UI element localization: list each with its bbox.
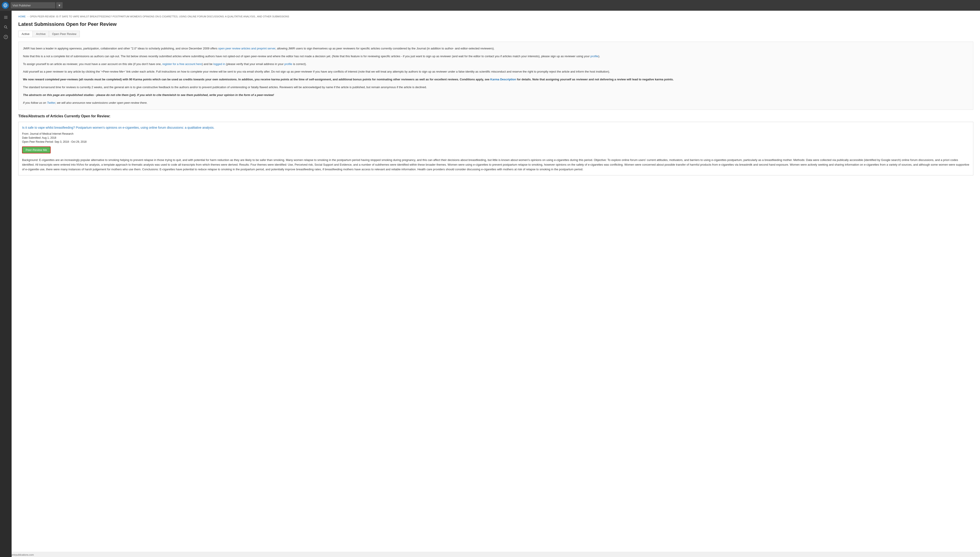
info-paragraph-7-italic-bold: The abstracts on this page are unpublish… xyxy=(23,93,969,98)
article-review-period: Open Peer Review Period: Sep 3, 2018 - O… xyxy=(22,140,970,143)
info-paragraph-1: JMIR has been a leader in applying openn… xyxy=(23,46,969,51)
logged-in-link[interactable]: logged in xyxy=(213,62,225,66)
svg-rect-5 xyxy=(4,16,8,16)
info-box: JMIR has been a leader in applying openn… xyxy=(18,42,973,110)
article-card: Is it safe to vape whilst breastfeeding?… xyxy=(18,122,973,176)
breadcrumb: HOME → OPEN PEER-REVIEW: IS IT SAFE TO V… xyxy=(18,15,973,18)
article-abstract: Background: E-cigarettes are an increasi… xyxy=(22,158,970,172)
globe-icon xyxy=(2,2,9,9)
svg-point-8 xyxy=(4,26,7,28)
breadcrumb-home[interactable]: HOME xyxy=(18,15,26,18)
info-paragraph-6: The standard turnaround time for reviews… xyxy=(23,85,969,90)
peer-review-me-button[interactable]: Peer-Review Me xyxy=(22,147,51,153)
tab-archive[interactable]: Archive xyxy=(33,31,49,37)
svg-text:?: ? xyxy=(5,36,7,38)
tab-open-peer-review[interactable]: Open Peer Review xyxy=(49,31,80,37)
info-paragraph-2: Note that this is a not a complete list … xyxy=(23,54,969,59)
breadcrumb-separator: → xyxy=(26,15,29,18)
info-paragraph-5-bold: We now reward completed peer-reviews (al… xyxy=(23,77,969,82)
main-content: HOME → OPEN PEER-REVIEW: IS IT SAFE TO V… xyxy=(11,11,980,557)
sidebar-search-icon[interactable] xyxy=(2,23,10,31)
info-paragraph-8-italic: If you follow us on Twitter, we will als… xyxy=(23,101,969,105)
open-peer-review-link[interactable]: open peer review articles and preprint s… xyxy=(218,47,275,50)
info-paragraph-4: Add yourself as a peer reviewer to any a… xyxy=(23,70,969,74)
tabs-container: Active Archive Open Peer Review xyxy=(18,31,80,37)
breadcrumb-current: OPEN PEER-REVIEW: IS IT SAFE TO VAPE WHI… xyxy=(30,15,289,18)
download-button[interactable]: ▼ xyxy=(56,2,63,8)
sidebar-menu-icon[interactable] xyxy=(2,13,10,21)
article-journal: From: Journal of Medical Internet Resear… xyxy=(22,132,970,135)
twitter-link[interactable]: Twitter xyxy=(47,101,55,104)
sidebar-help-icon[interactable]: ? xyxy=(2,33,10,41)
footer-domain: jmirpublications.com xyxy=(0,552,980,557)
register-link[interactable]: register for a free account here xyxy=(162,62,202,66)
article-title-link[interactable]: Is it safe to vape whilst breastfeeding?… xyxy=(22,125,970,130)
profile-link-1[interactable]: profile xyxy=(591,55,598,58)
top-navigation-bar: ▼ xyxy=(0,0,980,11)
info-paragraph-3: To assign yourself to an article as revi… xyxy=(23,62,969,67)
svg-rect-6 xyxy=(4,17,8,18)
svg-line-9 xyxy=(6,28,7,29)
page-title: Latest Submissions Open for Peer Review xyxy=(18,21,973,27)
article-date-submitted: Date Submitted: Aug 1, 2018 xyxy=(22,136,970,139)
tab-active[interactable]: Active xyxy=(18,31,33,37)
karma-description-link[interactable]: Karma Description xyxy=(490,78,516,81)
profile-link-2[interactable]: profile xyxy=(284,62,292,66)
address-bar[interactable] xyxy=(11,2,55,8)
sidebar: ? xyxy=(0,11,11,557)
svg-rect-7 xyxy=(4,18,8,19)
articles-section-heading: Titles/Abstracts of Articles Currently O… xyxy=(18,114,973,118)
